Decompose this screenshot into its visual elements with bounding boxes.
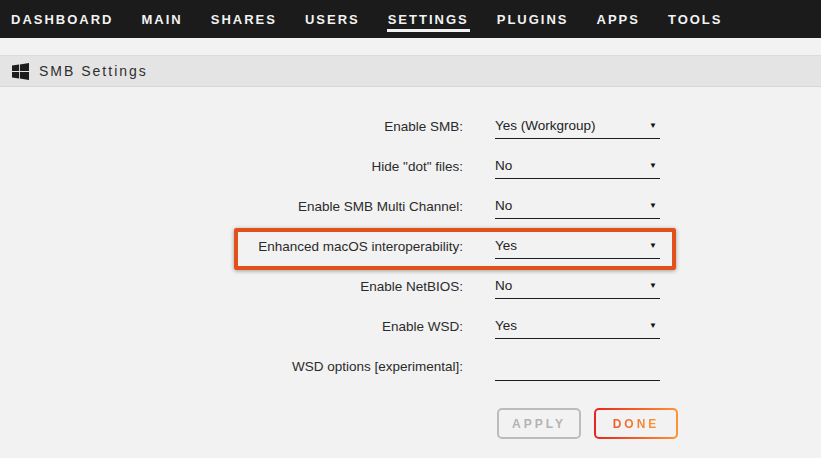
dropdown-arrow-icon: ▼: [649, 321, 657, 330]
nav-item-settings[interactable]: SETTINGS: [387, 9, 470, 32]
nav-item-users[interactable]: USERS: [304, 9, 361, 32]
select-value: Yes: [495, 318, 517, 333]
hide-dot-files-select[interactable]: No ▼: [495, 153, 660, 179]
field-label: Enable SMB:: [0, 107, 463, 147]
select-value: No: [495, 278, 512, 293]
select-value: No: [495, 158, 512, 173]
page-title-bar: SMB Settings: [0, 55, 821, 87]
enable-smb-select[interactable]: Yes (Workgroup) ▼: [495, 113, 660, 139]
wsd-options-input[interactable]: [495, 355, 660, 381]
enable-wsd-select[interactable]: Yes ▼: [495, 313, 660, 339]
field-label: Enable SMB Multi Channel:: [0, 187, 463, 227]
enable-smb-multi-channel-select[interactable]: No ▼: [495, 193, 660, 219]
nav-item-plugins[interactable]: PLUGINS: [496, 9, 570, 32]
dropdown-arrow-icon: ▼: [649, 241, 657, 250]
form-row-enable-wsd: Enable WSD: Yes ▼: [0, 307, 821, 347]
form-row-smb-multi-channel: Enable SMB Multi Channel: No ▼: [0, 187, 821, 227]
apply-button[interactable]: APPLY: [497, 408, 581, 439]
page-title: SMB Settings: [39, 63, 148, 79]
enhanced-macos-interoperability-select[interactable]: Yes ▼: [495, 233, 660, 259]
field-label: Enable WSD:: [0, 307, 463, 347]
form-row-hide-dot-files: Hide "dot" files: No ▼: [0, 147, 821, 187]
field-label: Enable NetBIOS:: [0, 267, 463, 307]
form-row-enhanced-macos-interop: Enhanced macOS interoperability: Yes ▼: [0, 227, 821, 267]
nav-item-shares[interactable]: SHARES: [210, 9, 278, 32]
dropdown-arrow-icon: ▼: [649, 161, 657, 170]
field-label: Hide "dot" files:: [0, 147, 463, 187]
dropdown-arrow-icon: ▼: [649, 201, 657, 210]
field-label: Enhanced macOS interoperability:: [0, 227, 463, 267]
form-row-wsd-options: WSD options [experimental]:: [0, 347, 821, 387]
nav-item-tools[interactable]: TOOLS: [667, 9, 724, 32]
form-buttons: APPLY DONE: [497, 408, 821, 439]
dropdown-arrow-icon: ▼: [649, 281, 657, 290]
dropdown-arrow-icon: ▼: [649, 121, 657, 130]
done-button-label: DONE: [613, 417, 660, 431]
form-row-enable-smb: Enable SMB: Yes (Workgroup) ▼: [0, 107, 821, 147]
form-row-enable-netbios: Enable NetBIOS: No ▼: [0, 267, 821, 307]
done-button[interactable]: DONE: [594, 408, 678, 439]
windows-icon: [12, 63, 29, 80]
select-value: Yes (Workgroup): [495, 118, 596, 133]
top-nav-bar: DASHBOARD MAIN SHARES USERS SETTINGS PLU…: [0, 0, 821, 38]
smb-settings-form: Enable SMB: Yes (Workgroup) ▼ Hide "dot"…: [0, 87, 821, 439]
nav-item-apps[interactable]: APPS: [596, 9, 641, 32]
select-value: Yes: [495, 238, 517, 253]
nav-item-main[interactable]: MAIN: [141, 9, 184, 32]
nav-item-dashboard[interactable]: DASHBOARD: [10, 9, 115, 32]
enable-netbios-select[interactable]: No ▼: [495, 273, 660, 299]
select-value: No: [495, 198, 512, 213]
field-label: WSD options [experimental]:: [0, 347, 463, 387]
